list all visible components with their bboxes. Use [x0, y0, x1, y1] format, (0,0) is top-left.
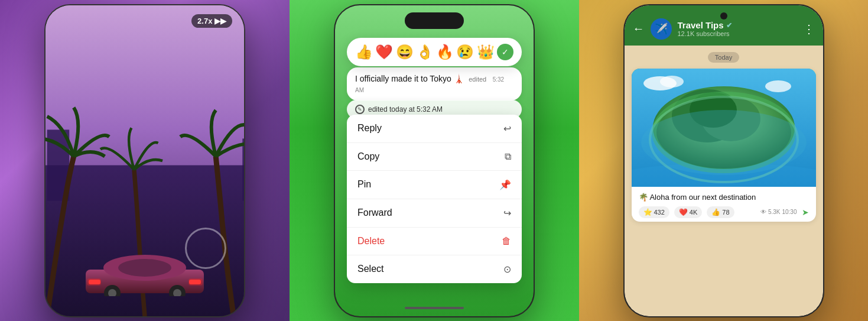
menu-reply-label: Reply	[357, 123, 382, 134]
pin-icon: 📌	[499, 179, 511, 190]
verified-icon: ✔	[726, 21, 732, 30]
emoji-grin[interactable]: 😄	[396, 44, 414, 60]
menu-item-forward[interactable]: Forward ↪	[347, 199, 522, 228]
menu-select-label: Select	[357, 264, 383, 274]
star-emoji: ⭐	[643, 208, 652, 216]
phone-2: 👍 ❤️ 😄 👌 🔥 😢 👑 ✓ I officially made it to…	[334, 4, 535, 317]
emoji-heart[interactable]: ❤️	[375, 44, 393, 60]
channel-subs: 12.1K subscribers	[678, 30, 797, 37]
reaction-thumbsup[interactable]: 👍 78	[707, 206, 734, 218]
post-card: 🌴 Aloha from our next destination ⭐ 432 …	[632, 69, 816, 222]
post-views: 👁 5.3K 10:30	[760, 209, 797, 215]
svg-rect-4	[242, 138, 244, 200]
menu-delete-label: Delete	[357, 236, 385, 247]
share-button[interactable]: ➤	[802, 207, 809, 217]
delete-icon: 🗑	[502, 236, 511, 247]
menu-item-pin[interactable]: Pin 📌	[347, 171, 522, 199]
heart-emoji: ❤️	[679, 208, 688, 216]
phone-1-screen: 2.7x ▶▶	[45, 5, 244, 316]
menu-item-reply[interactable]: Reply ↩	[347, 115, 522, 143]
post-content: 🌴 Aloha from our next destination ⭐ 432 …	[632, 187, 816, 222]
reply-icon: ↩	[503, 123, 511, 134]
svg-rect-15	[188, 278, 203, 286]
chat-header: ← ✈️ Travel Tips ✔ 12.1K subscribers ⋮	[625, 5, 823, 46]
heart-count: 4K	[690, 209, 697, 216]
channel-avatar: ✈️	[651, 18, 672, 40]
back-button[interactable]: ←	[633, 22, 645, 35]
emoji-cry[interactable]: 😢	[456, 44, 474, 60]
phone-2-home-bar	[405, 307, 464, 309]
panel-2: 👍 ❤️ 😄 👌 🔥 😢 👑 ✓ I officially made it to…	[290, 0, 579, 321]
reaction-more-button[interactable]: ✓	[497, 44, 513, 60]
svg-point-27	[765, 80, 791, 92]
post-title: 🌴 Aloha from our next destination	[639, 193, 809, 202]
today-label: Today	[708, 52, 739, 63]
svg-point-24	[641, 110, 807, 175]
view-count: 5.3K	[768, 209, 781, 215]
edit-notice-text: edited today at 5:32 AM	[368, 105, 443, 114]
edit-icon: ✎	[355, 105, 365, 114]
emoji-crown[interactable]: 👑	[477, 44, 495, 60]
svg-rect-14	[87, 278, 101, 286]
message-bubble: I officially made it to Tokyo 🗼 edited 5…	[347, 67, 522, 100]
eye-icon: 👁	[760, 209, 766, 215]
copy-icon: ⧉	[505, 151, 511, 162]
menu-item-copy[interactable]: Copy ⧉	[347, 143, 522, 171]
channel-info: Travel Tips ✔ 12.1K subscribers	[678, 20, 797, 37]
channel-name-text: Travel Tips	[678, 20, 724, 30]
phone-1: 2.7x ▶▶	[44, 4, 245, 317]
menu-pin-label: Pin	[357, 179, 371, 190]
post-time: 10:30	[782, 209, 797, 215]
post-image-svg	[632, 69, 816, 187]
post-image	[632, 69, 816, 187]
phone-2-notch	[405, 12, 464, 29]
menu-item-delete[interactable]: Delete 🗑	[347, 228, 522, 255]
phone-3-screen: ← ✈️ Travel Tips ✔ 12.1K subscribers ⋮ T…	[625, 5, 823, 316]
select-icon: ⊙	[503, 264, 511, 275]
svg-point-7	[118, 259, 171, 277]
phone-3: ← ✈️ Travel Tips ✔ 12.1K subscribers ⋮ T…	[623, 4, 824, 317]
more-options-button[interactable]: ⋮	[803, 22, 815, 36]
context-menu: Reply ↩ Copy ⧉ Pin 📌 Forward ↪ Delete	[347, 115, 522, 283]
chat-body: Today	[625, 46, 823, 316]
post-reactions: ⭐ 432 ❤️ 4K 👍 78	[639, 206, 809, 218]
menu-forward-label: Forward	[357, 207, 392, 218]
speed-badge: 2.7x ▶▶	[191, 14, 232, 28]
emoji-ok[interactable]: 👌	[416, 44, 434, 60]
menu-copy-label: Copy	[357, 151, 379, 162]
menu-item-select[interactable]: Select ⊙	[347, 255, 522, 283]
phone-3-notch	[720, 12, 727, 20]
message-edit-label: edited	[469, 76, 486, 83]
emoji-thumbsup[interactable]: 👍	[355, 44, 373, 60]
phone-2-screen: 👍 ❤️ 😄 👌 🔥 😢 👑 ✓ I officially made it to…	[335, 5, 534, 316]
circle-overlay	[185, 228, 226, 269]
reaction-bar: 👍 ❤️ 😄 👌 🔥 😢 👑 ✓	[347, 38, 522, 66]
reaction-heart[interactable]: ❤️ 4K	[674, 206, 702, 218]
svg-point-26	[660, 76, 684, 87]
star-count: 432	[654, 209, 665, 216]
message-text: I officially made it to Tokyo 🗼	[355, 74, 464, 83]
emoji-fire[interactable]: 🔥	[436, 44, 454, 60]
reaction-star[interactable]: ⭐ 432	[639, 206, 669, 218]
panel-3: ← ✈️ Travel Tips ✔ 12.1K subscribers ⋮ T…	[579, 0, 868, 321]
forward-icon: ↪	[503, 207, 511, 219]
thumbsup-count: 78	[722, 209, 729, 216]
panel-1: 2.7x ▶▶	[0, 0, 290, 321]
channel-name: Travel Tips ✔	[678, 20, 797, 30]
today-badge: Today	[632, 51, 816, 63]
thumbsup-emoji: 👍	[711, 208, 720, 216]
